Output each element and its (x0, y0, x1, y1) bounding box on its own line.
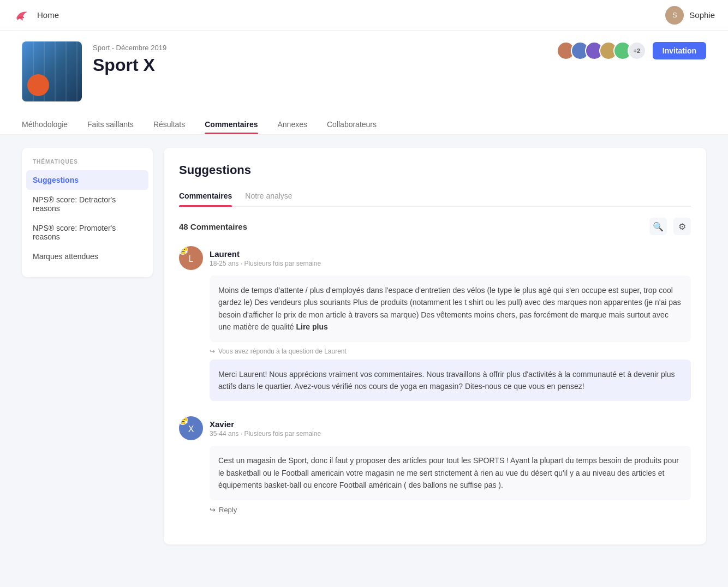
logo-icon (13, 7, 31, 24)
tab-commentaires[interactable]: Commentaires (195, 115, 267, 134)
comments-panel: Suggestions Commentaires Notre analyse 4… (164, 148, 706, 544)
collaborator-avatars: +2 (557, 41, 646, 60)
sub-tab-notre-analyse[interactable]: Notre analyse (245, 187, 301, 206)
comment-user-name: Laurent (210, 249, 321, 259)
project-header: Sport - Décembre 2019 Sport X +2 Invitat… (0, 31, 728, 135)
project-info: Sport - Décembre 2019 Sport X (22, 41, 166, 101)
tab-faits[interactable]: Faits saillants (77, 115, 144, 134)
comment-text: Moins de temps d'attente / plus d'employ… (218, 286, 681, 331)
user-avatar: S (665, 6, 684, 25)
tab-annexes[interactable]: Annexes (268, 115, 317, 134)
panel-title: Suggestions (179, 163, 691, 177)
invitation-button[interactable]: Invitation (653, 42, 706, 59)
reply-header-text: Vous avez répondu à la question de Laure… (218, 348, 347, 355)
project-title: Sport X (93, 55, 166, 75)
user-info: Laurent 18-25 ans · Plusieurs fois par s… (210, 249, 321, 267)
sidebar-item-marques[interactable]: Marques attendues (22, 247, 153, 266)
emoji-badge: 😤 (179, 246, 188, 255)
comment-item: 😤 X Xavier 35-44 ans · Plusieurs fois pa… (179, 416, 691, 513)
emoji-badge: 😤 (179, 416, 188, 425)
nav-right: S Sophie (665, 6, 715, 25)
tab-resultats[interactable]: Résultats (144, 115, 195, 134)
top-nav: Home S Sophie (0, 0, 728, 31)
project-subtitle: Sport - Décembre 2019 (93, 44, 166, 52)
read-more-link[interactable]: Lire plus (296, 322, 327, 331)
reply-header: ↪ Vous avez répondu à la question de Lau… (210, 348, 691, 355)
search-icon[interactable]: 🔍 (649, 218, 667, 235)
comment-header: 😤 X Xavier 35-44 ans · Plusieurs fois pa… (179, 416, 691, 440)
project-text: Sport - Décembre 2019 Sport X (93, 41, 166, 75)
sidebar-section-label: Thématiques (22, 159, 153, 170)
nav-left: Home (13, 7, 59, 24)
reply-button[interactable]: ↪ Reply (210, 506, 691, 514)
comments-header-row: 48 Commentaires 🔍 ⚙ (179, 218, 691, 235)
filter-icon[interactable]: ⚙ (673, 218, 691, 235)
user-name: Sophie (689, 10, 715, 20)
avatar-extra: +2 (628, 41, 646, 60)
tab-collaborateurs[interactable]: Collaborateurs (317, 115, 386, 134)
comment-user-meta: 18-25 ans · Plusieurs fois par semaine (210, 260, 321, 267)
avatar: 😤 L (179, 246, 203, 270)
user-info: Xavier 35-44 ans · Plusieurs fois par se… (210, 420, 321, 438)
project-header-top: Sport - Décembre 2019 Sport X +2 Invitat… (22, 41, 706, 101)
comment-item: 😤 L Laurent 18-25 ans · Plusieurs fois p… (179, 246, 691, 401)
comment-body: Cest un magasin de Sport, donc il faut y… (210, 446, 691, 500)
tab-methodologie[interactable]: Méthodologie (22, 115, 77, 134)
sub-tab-commentaires[interactable]: Commentaires (179, 187, 241, 206)
project-thumbnail (22, 41, 82, 101)
reply-arrow-icon: ↪ (210, 348, 215, 355)
reply-section: ↪ Vous avez répondu à la question de Lau… (210, 348, 691, 402)
sidebar-item-suggestions[interactable]: Suggestions (26, 170, 148, 190)
comment-user-name: Xavier (210, 420, 321, 429)
project-nav: Méthodologie Faits saillants Résultats C… (22, 115, 706, 134)
comment-user-meta: 35-44 ans · Plusieurs fois par semaine (210, 430, 321, 438)
reply-body: Merci Laurent! Nous apprécions vraiment … (210, 360, 691, 402)
reply-btn-label: Reply (219, 506, 237, 514)
avatar: 😤 X (179, 416, 203, 440)
main-content: Thématiques Suggestions NPS® score: Detr… (0, 135, 728, 558)
sidebar-item-nps-promoter[interactable]: NPS® score: Promoter's reasons (22, 218, 153, 247)
comments-actions: 🔍 ⚙ (649, 218, 691, 235)
home-link[interactable]: Home (37, 10, 59, 20)
sub-tabs: Commentaires Notre analyse (179, 187, 691, 207)
comment-header: 😤 L Laurent 18-25 ans · Plusieurs fois p… (179, 246, 691, 270)
thumbnail-shoe (27, 74, 49, 96)
comment-text: Cest un magasin de Sport, donc il faut y… (218, 456, 679, 489)
reply-btn-icon: ↪ (210, 506, 216, 514)
sidebar: Thématiques Suggestions NPS® score: Detr… (22, 148, 153, 277)
project-actions: +2 Invitation (557, 41, 706, 60)
comments-count: 48 Commentaires (179, 222, 247, 231)
comment-body: Moins de temps d'attente / plus d'employ… (210, 275, 691, 342)
sidebar-item-nps-detractor[interactable]: NPS® score: Detractor's reasons (22, 190, 153, 218)
